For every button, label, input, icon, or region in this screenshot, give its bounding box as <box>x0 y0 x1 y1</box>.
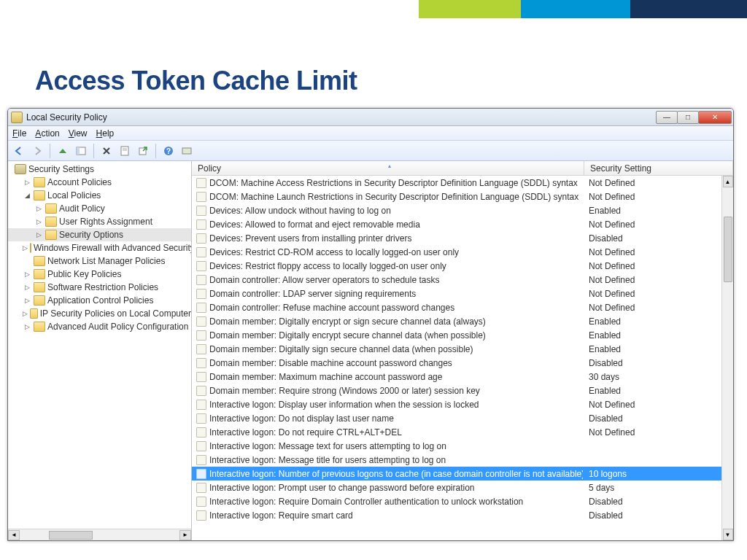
menu-action[interactable]: Action <box>35 128 59 139</box>
stripe-navy <box>630 0 747 18</box>
policy-row[interactable]: Interactive logon: Message title for use… <box>192 453 721 467</box>
expand-icon[interactable]: ▷ <box>23 179 31 186</box>
policy-row[interactable]: Devices: Prevent users from installing p… <box>192 231 721 245</box>
tree-item[interactable]: ▷Audit Policy <box>8 202 191 215</box>
close-button[interactable]: ✕ <box>698 111 732 124</box>
tree-root[interactable]: Security Settings <box>8 163 191 176</box>
policy-row[interactable]: Domain controller: Allow server operator… <box>192 273 721 287</box>
policy-row[interactable]: Interactive logon: Number of previous lo… <box>192 467 721 481</box>
policy-row[interactable]: Domain member: Require strong (Windows 2… <box>192 384 721 397</box>
expand-icon[interactable]: ▷ <box>34 205 43 212</box>
policy-row[interactable]: Domain controller: Refuse machine accoun… <box>192 300 721 314</box>
policy-row[interactable]: Domain member: Disable machine account p… <box>192 356 721 370</box>
policy-row[interactable]: Domain member: Digitally encrypt or sign… <box>192 314 721 328</box>
expand-icon[interactable]: ▷ <box>23 284 31 291</box>
policy-row[interactable]: Interactive logon: Prompt user to change… <box>192 481 721 494</box>
tree-item-label: Account Policies <box>47 177 112 187</box>
policy-icon <box>196 386 206 396</box>
tree-item[interactable]: ▷IP Security Policies on Local Computer <box>8 307 191 320</box>
up-button[interactable] <box>55 143 71 159</box>
policy-row[interactable]: Domain member: Digitally encrypt secure … <box>192 328 721 342</box>
delete-button[interactable] <box>98 143 115 159</box>
svg-text:?: ? <box>166 147 171 155</box>
tree-item[interactable]: ▷Software Restriction Policies <box>8 281 191 294</box>
policy-name: Interactive logon: Message text for user… <box>209 441 583 451</box>
expand-icon[interactable]: ▷ <box>23 323 31 330</box>
folder-icon <box>45 203 57 214</box>
properties-button[interactable] <box>117 143 133 159</box>
expand-icon[interactable]: ▷ <box>23 271 31 278</box>
show-hide-tree-button[interactable] <box>73 143 89 159</box>
tree-item[interactable]: ▷Windows Firewall with Advanced Security <box>8 241 191 254</box>
policy-row[interactable]: Domain controller: LDAP server signing r… <box>192 287 721 300</box>
policy-setting: Enabled <box>583 316 621 327</box>
column-header-policy[interactable]: Policy ▴ <box>192 161 584 175</box>
collapse-icon[interactable]: ◢ <box>23 192 31 199</box>
menubar: File Action View Help <box>8 126 733 141</box>
scroll-right-icon[interactable]: ► <box>179 530 191 540</box>
scroll-up-icon[interactable]: ▲ <box>723 176 733 187</box>
policy-row[interactable]: Interactive logon: Do not require CTRL+A… <box>192 425 721 439</box>
scroll-left-icon[interactable]: ◄ <box>8 530 20 540</box>
policy-row[interactable]: Devices: Allow undock without having to … <box>192 203 721 217</box>
tree-pane: Security Settings▷Account Policies◢Local… <box>8 161 192 540</box>
policy-row[interactable]: Domain member: Digitally sign secure cha… <box>192 342 721 356</box>
policy-row[interactable]: DCOM: Machine Launch Restrictions in Sec… <box>192 190 721 203</box>
menu-view[interactable]: View <box>69 128 88 139</box>
scroll-down-icon[interactable]: ▼ <box>723 529 733 540</box>
policy-row[interactable]: Devices: Restrict CD-ROM access to local… <box>192 245 721 259</box>
back-button[interactable] <box>11 143 27 159</box>
policy-row[interactable]: Devices: Allowed to format and eject rem… <box>192 217 721 231</box>
folder-icon <box>34 322 45 332</box>
policy-name: Domain controller: Refuse machine accoun… <box>209 303 583 313</box>
expand-icon[interactable]: ▷ <box>34 218 43 225</box>
policy-name: Domain controller: Allow server operator… <box>209 275 583 285</box>
expand-icon[interactable]: ▷ <box>23 297 31 304</box>
policy-setting: Enabled <box>583 386 621 396</box>
policy-row[interactable]: Interactive logon: Require smart cardDis… <box>192 508 721 522</box>
policy-setting: Not Defined <box>583 178 635 188</box>
policy-name: Devices: Prevent users from installing p… <box>209 233 583 244</box>
tree-item[interactable]: ▷Advanced Audit Policy Configuration <box>8 320 191 333</box>
policy-row[interactable]: Interactive logon: Require Domain Contro… <box>192 494 721 508</box>
tree-item[interactable]: ▷Application Control Policies <box>8 294 191 307</box>
policy-row[interactable]: Interactive logon: Message text for user… <box>192 439 721 453</box>
policy-icon <box>196 275 206 285</box>
minimize-button[interactable]: — <box>656 111 678 124</box>
tree-horizontal-scrollbar[interactable]: ◄ ► <box>8 529 191 540</box>
svg-rect-2 <box>121 147 128 155</box>
menu-help[interactable]: Help <box>96 128 115 139</box>
export-button[interactable] <box>135 143 151 159</box>
menu-file[interactable]: File <box>12 128 26 139</box>
policy-row[interactable]: Interactive logon: Display user informat… <box>192 397 721 411</box>
policy-setting: Not Defined <box>583 247 635 257</box>
policy-row[interactable]: Interactive logon: Do not display last u… <box>192 411 721 425</box>
policy-row[interactable]: Domain member: Maximum machine account p… <box>192 370 721 384</box>
tree-item[interactable]: Network List Manager Policies <box>8 254 191 268</box>
vertical-scrollbar[interactable]: ▲ ▼ <box>721 176 733 540</box>
titlebar[interactable]: Local Security Policy — □ ✕ <box>8 109 733 126</box>
tree-item[interactable]: ▷Security Options <box>8 228 191 241</box>
policy-row[interactable]: DCOM: Machine Access Restrictions in Sec… <box>192 176 721 190</box>
policy-name: Domain member: Digitally encrypt or sign… <box>209 316 583 327</box>
extra-button[interactable] <box>179 143 195 159</box>
column-header-setting[interactable]: Security Setting <box>584 161 733 175</box>
policy-icon <box>196 261 206 271</box>
expand-icon[interactable]: ▷ <box>23 244 28 252</box>
tree-item[interactable]: ▷Account Policies <box>8 176 191 189</box>
folder-icon <box>34 190 45 201</box>
forward-button[interactable] <box>29 143 45 159</box>
scroll-thumb[interactable] <box>49 531 93 540</box>
policy-row[interactable]: Devices: Restrict floppy access to local… <box>192 259 721 273</box>
policy-setting: Not Defined <box>583 192 635 202</box>
policy-icon <box>196 400 206 410</box>
help-button[interactable]: ? <box>160 143 177 159</box>
tree-item[interactable]: ▷Public Key Policies <box>8 268 191 281</box>
maximize-button[interactable]: □ <box>677 111 699 124</box>
policy-name: Interactive logon: Require smart card <box>209 510 583 521</box>
expand-icon[interactable]: ▷ <box>34 231 43 238</box>
tree-item[interactable]: ▷User Rights Assignment <box>8 215 191 228</box>
tree-item[interactable]: ◢Local Policies <box>8 189 191 202</box>
scroll-thumb[interactable] <box>724 217 732 282</box>
expand-icon[interactable]: ▷ <box>23 310 28 317</box>
